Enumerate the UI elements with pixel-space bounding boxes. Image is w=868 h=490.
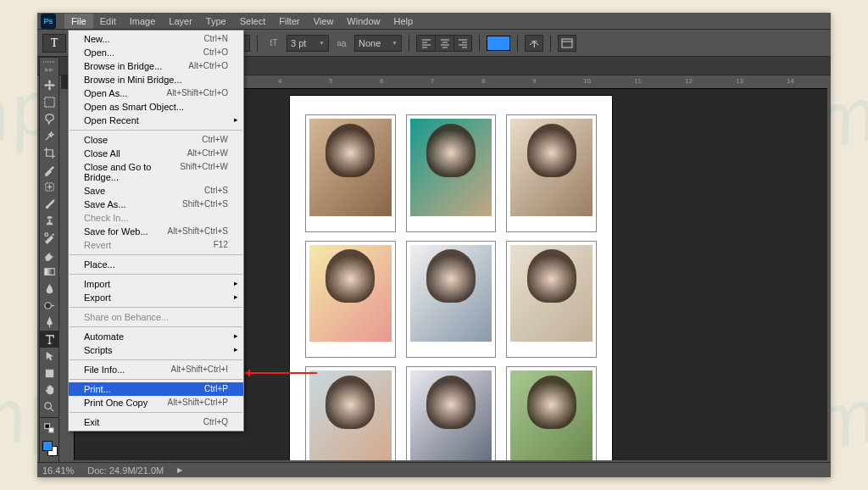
polaroid-frame[interactable] <box>506 366 597 460</box>
menu-item-place[interactable]: Place... <box>69 258 243 271</box>
menu-item-open-as-smart-object[interactable]: Open as Smart Object... <box>69 100 243 114</box>
menu-select[interactable]: Select <box>233 14 273 29</box>
menu-edit[interactable]: Edit <box>93 14 123 29</box>
menu-item-label: Save <box>84 186 105 196</box>
svg-rect-5 <box>44 268 53 275</box>
clone-stamp-tool[interactable] <box>40 212 58 229</box>
menu-item-exit[interactable]: ExitCtrl+Q <box>69 415 243 429</box>
chevron-right-icon[interactable]: ▶ <box>177 466 182 474</box>
history-brush-tool[interactable] <box>40 229 58 246</box>
type-tool[interactable] <box>40 331 58 348</box>
menu-item-label: Scripts <box>84 345 113 355</box>
menu-item-close-and-go-to-bridge[interactable]: Close and Go to Bridge...Shift+Ctrl+W <box>69 160 243 184</box>
antialias-dropdown[interactable]: None▼ <box>354 35 402 52</box>
menu-type[interactable]: Type <box>199 14 233 29</box>
svg-rect-2 <box>44 97 53 106</box>
ruler-tick: 4 <box>278 77 281 85</box>
default-colors-icon[interactable] <box>40 420 58 437</box>
character-panel-icon[interactable] <box>558 35 576 52</box>
menu-item-browse-in-bridge[interactable]: Browse in Bridge...Alt+Ctrl+O <box>69 59 243 73</box>
brush-tool[interactable] <box>40 195 58 212</box>
photo-thumbnail <box>410 370 492 460</box>
menu-view[interactable]: View <box>307 14 341 29</box>
menu-window[interactable]: Window <box>340 14 387 29</box>
menu-separator <box>70 307 242 308</box>
ruler-tick: 12 <box>685 77 693 85</box>
document-canvas[interactable] <box>290 96 612 460</box>
menu-item-new[interactable]: New...Ctrl+N <box>69 32 243 46</box>
menu-item-print[interactable]: Print...Ctrl+P <box>69 382 243 396</box>
tool-preset-picker[interactable]: T <box>42 34 66 53</box>
align-left-button[interactable] <box>416 35 435 52</box>
menu-layer[interactable]: Layer <box>162 14 199 29</box>
menu-item-open[interactable]: Open...Ctrl+O <box>69 46 243 59</box>
menu-item-browse-in-mini-bridge[interactable]: Browse in Mini Bridge... <box>69 73 243 86</box>
polaroid-frame[interactable] <box>305 114 396 232</box>
polaroid-frame[interactable] <box>406 366 497 460</box>
magic-wand-tool[interactable] <box>40 127 58 144</box>
gradient-tool[interactable] <box>40 263 58 280</box>
status-bar: 16.41% Doc: 24.9M/21.0M ▶ <box>37 462 831 477</box>
menu-item-scripts[interactable]: Scripts <box>69 343 243 357</box>
expand-panel-icon[interactable]: ▸▸ <box>40 64 58 76</box>
color-swatches[interactable] <box>40 438 58 460</box>
dodge-tool[interactable] <box>40 297 58 314</box>
svg-point-8 <box>44 402 51 409</box>
menu-item-open-as[interactable]: Open As...Alt+Shift+Ctrl+O <box>69 86 243 100</box>
photo-thumbnail <box>309 245 392 342</box>
align-right-button[interactable] <box>453 35 472 52</box>
polaroid-frame[interactable] <box>406 114 497 232</box>
move-tool[interactable] <box>40 76 58 93</box>
menu-item-save[interactable]: SaveCtrl+S <box>69 184 243 198</box>
font-size-dropdown[interactable]: 3 pt▼ <box>287 35 329 52</box>
blur-tool[interactable] <box>40 280 58 297</box>
warp-text-icon[interactable]: T <box>525 35 543 52</box>
menu-item-shortcut: Alt+Ctrl+W <box>187 148 228 159</box>
eraser-tool[interactable] <box>40 246 58 263</box>
divider <box>409 35 409 52</box>
svg-rect-7 <box>45 369 53 376</box>
menu-help[interactable]: Help <box>387 14 420 29</box>
eyedropper-tool[interactable] <box>40 161 58 178</box>
zoom-level[interactable]: 16.41% <box>42 465 74 476</box>
menu-item-label: Open Recent <box>84 115 139 125</box>
menu-item-label: Browse in Mini Bridge... <box>84 75 182 85</box>
menu-separator <box>70 412 242 413</box>
menu-file[interactable]: File <box>64 14 93 29</box>
pen-tool[interactable] <box>40 314 58 331</box>
menu-image[interactable]: Image <box>123 14 163 29</box>
zoom-tool[interactable] <box>40 398 58 415</box>
path-selection-tool[interactable] <box>40 348 58 365</box>
polaroid-frame[interactable] <box>506 241 597 359</box>
polaroid-frame[interactable] <box>506 114 597 232</box>
menu-item-export[interactable]: Export <box>69 291 243 304</box>
menu-item-save-as[interactable]: Save As...Shift+Ctrl+S <box>69 198 243 211</box>
menu-filter[interactable]: Filter <box>272 14 306 29</box>
app-logo[interactable]: Ps <box>41 14 56 29</box>
ruler-tick: 7 <box>431 77 434 85</box>
polaroid-frame[interactable] <box>305 366 396 460</box>
polaroid-frame[interactable] <box>406 241 497 359</box>
menu-item-close[interactable]: CloseCtrl+W <box>69 133 243 147</box>
polaroid-frame[interactable] <box>305 241 396 359</box>
menu-item-automate[interactable]: Automate <box>69 330 243 343</box>
menu-item-file-info[interactable]: File Info...Alt+Shift+Ctrl+I <box>69 363 243 376</box>
menu-item-print-one-copy[interactable]: Print One CopyAlt+Shift+Ctrl+P <box>69 396 243 409</box>
divider <box>517 35 518 52</box>
svg-rect-1 <box>562 39 572 47</box>
menu-item-import[interactable]: Import <box>69 277 243 291</box>
menu-item-save-for-web[interactable]: Save for Web...Alt+Shift+Ctrl+S <box>69 225 243 238</box>
text-color-swatch[interactable] <box>487 36 510 51</box>
foreground-color-swatch[interactable] <box>42 441 53 451</box>
crop-tool[interactable] <box>40 144 58 161</box>
hand-tool[interactable] <box>40 381 58 398</box>
lasso-tool[interactable] <box>40 110 58 127</box>
shape-tool[interactable] <box>40 365 58 381</box>
align-center-button[interactable] <box>435 35 453 52</box>
menu-item-open-recent[interactable]: Open Recent <box>69 114 243 127</box>
marquee-tool[interactable] <box>40 93 58 110</box>
menu-item-close-all[interactable]: Close AllAlt+Ctrl+W <box>69 147 243 160</box>
menu-item-shortcut: Ctrl+P <box>204 384 228 394</box>
doc-size-info[interactable]: Doc: 24.9M/21.0M <box>87 465 164 476</box>
healing-brush-tool[interactable] <box>40 178 58 195</box>
